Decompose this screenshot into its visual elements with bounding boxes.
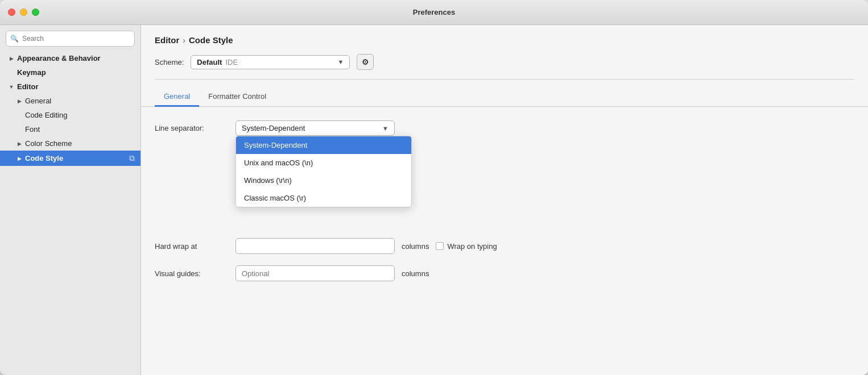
visual-guides-columns-label: columns — [402, 269, 429, 278]
search-input[interactable] — [6, 31, 135, 47]
line-separator-dropdown[interactable]: System-Dependent ▼ — [235, 120, 395, 136]
scheme-dropdown[interactable]: Default IDE ▼ — [191, 55, 350, 69]
scheme-label: Scheme: — [155, 58, 184, 66]
breadcrumb-separator: › — [183, 36, 185, 45]
breadcrumb: Editor › Code Style — [155, 35, 854, 45]
sidebar-item-label: Editor — [17, 82, 39, 91]
line-separator-row: Line separator: System-Dependent ▼ Syste… — [155, 120, 854, 136]
option-label: Classic macOS (\r) — [244, 194, 306, 202]
sidebar-item-label: General — [25, 97, 51, 105]
line-separator-container: System-Dependent ▼ System-Dependent Unix… — [235, 120, 395, 136]
sidebar-item-label: Code Style — [25, 154, 63, 163]
search-box[interactable]: 🔍 — [6, 31, 135, 47]
panel-header: Editor › Code Style Scheme: Default IDE … — [141, 25, 868, 80]
sidebar-item-font[interactable]: Font — [0, 122, 140, 136]
sidebar-item-label: Code Editing — [25, 111, 67, 119]
tab-general[interactable]: General — [155, 88, 199, 107]
line-separator-label: Line separator: — [155, 124, 229, 132]
window-title: Preferences — [413, 8, 455, 16]
gear-button[interactable]: ⚙ — [357, 54, 374, 70]
option-label: Windows (\r\n) — [244, 176, 292, 185]
breadcrumb-parent: Editor — [155, 35, 179, 45]
close-button[interactable] — [8, 9, 15, 16]
line-separator-arrow: ▼ — [382, 125, 388, 132]
sidebar-item-keymap[interactable]: Keymap — [0, 65, 140, 80]
sidebar-item-editor[interactable]: ▼ Editor — [0, 80, 140, 94]
no-arrow — [8, 69, 15, 76]
line-separator-value: System-Dependent — [242, 124, 382, 132]
scheme-row: Scheme: Default IDE ▼ ⚙ — [155, 54, 854, 80]
title-bar: Preferences — [0, 0, 868, 25]
search-icon: 🔍 — [10, 35, 19, 43]
sidebar-item-code-style[interactable]: ▶ Code Style ⧉ — [0, 151, 140, 166]
tab-formatter-control[interactable]: Formatter Control — [199, 88, 275, 107]
chevron-down-icon: ▼ — [8, 84, 15, 90]
hard-wrap-label: Hard wrap at — [155, 242, 229, 251]
dropdown-option-unix-macos[interactable]: Unix and macOS (\n) — [236, 154, 411, 172]
wrap-on-typing-label: Wrap on typing — [447, 242, 497, 251]
wrap-on-typing-checkbox[interactable] — [436, 242, 444, 250]
dropdown-option-windows[interactable]: Windows (\r\n) — [236, 172, 411, 189]
maximize-button[interactable] — [32, 9, 39, 16]
sidebar-item-appearance-behavior[interactable]: ▶ Appearance & Behavior — [0, 51, 140, 65]
tab-label: Formatter Control — [208, 92, 266, 101]
window-controls — [8, 9, 39, 16]
sidebar-item-general[interactable]: ▶ General — [0, 94, 140, 108]
copy-icon: ⧉ — [129, 153, 135, 163]
preferences-window: Preferences 🔍 ▶ Appearance & Behavior Ke… — [0, 0, 868, 375]
chevron-right-icon: ▶ — [16, 140, 23, 147]
option-label: System-Dependent — [244, 141, 307, 149]
visual-guides-input[interactable] — [235, 265, 395, 281]
minimize-button[interactable] — [20, 9, 27, 16]
visual-guides-label: Visual guides: — [155, 269, 229, 278]
scheme-dropdown-arrow: ▼ — [337, 59, 344, 65]
right-panel: Editor › Code Style Scheme: Default IDE … — [141, 25, 868, 375]
no-arrow — [16, 126, 23, 133]
tab-label: General — [164, 92, 190, 101]
line-separator-popup: System-Dependent Unix and macOS (\n) Win… — [235, 136, 412, 207]
sidebar-item-label: Color Scheme — [25, 139, 72, 148]
sidebar-item-label: Font — [25, 125, 40, 134]
wrap-on-typing-row: Wrap on typing — [436, 242, 497, 251]
panel-body: Line separator: System-Dependent ▼ Syste… — [141, 107, 868, 375]
hard-wrap-row: Hard wrap at columns Wrap on typing — [155, 238, 854, 254]
sidebar-item-label: Keymap — [17, 68, 46, 77]
sidebar-item-code-editing[interactable]: Code Editing — [0, 108, 140, 122]
breadcrumb-current: Code Style — [189, 35, 233, 45]
hard-wrap-input[interactable] — [235, 238, 395, 254]
tabs-row: General Formatter Control — [141, 88, 868, 107]
sidebar-item-color-scheme[interactable]: ▶ Color Scheme — [0, 136, 140, 151]
dropdown-option-system-dependent[interactable]: System-Dependent — [236, 136, 411, 154]
scheme-type: IDE — [225, 58, 337, 66]
main-content: 🔍 ▶ Appearance & Behavior Keymap ▼ Edito… — [0, 25, 868, 375]
gear-icon: ⚙ — [362, 57, 369, 66]
visual-guides-row: Visual guides: columns — [155, 265, 854, 281]
dropdown-option-classic-macos[interactable]: Classic macOS (\r) — [236, 189, 411, 207]
chevron-right-icon: ▶ — [16, 155, 23, 162]
option-label: Unix and macOS (\n) — [244, 159, 313, 167]
sidebar-item-label: Appearance & Behavior — [17, 54, 101, 63]
sidebar: 🔍 ▶ Appearance & Behavior Keymap ▼ Edito… — [0, 25, 141, 375]
scheme-name: Default — [197, 58, 222, 66]
no-arrow — [16, 112, 23, 119]
columns-label: columns — [402, 242, 429, 251]
chevron-right-icon: ▶ — [8, 55, 15, 62]
chevron-right-icon: ▶ — [16, 98, 23, 105]
